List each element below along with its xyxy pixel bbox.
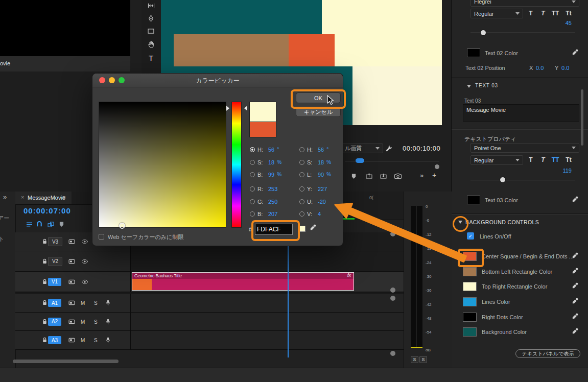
radio[interactable]: [299, 160, 304, 165]
x-position-value[interactable]: 0.0: [536, 65, 544, 71]
horizontal-scrollbar[interactable]: [13, 360, 119, 363]
right-dots-color-swatch[interactable]: [463, 313, 477, 322]
field-value[interactable]: 207: [268, 211, 277, 217]
clip-orange-segment[interactable]: [132, 279, 152, 290]
lock-icon[interactable]: [42, 319, 48, 325]
radio[interactable]: [250, 172, 255, 177]
radio-selected[interactable]: [250, 147, 255, 152]
font-family-dropdown-2[interactable]: Poiret One: [471, 143, 579, 153]
add-button-icon[interactable]: +: [432, 171, 436, 179]
tab-label[interactable]: MessageMovie: [28, 195, 65, 201]
font-size-slider-2[interactable]: [471, 180, 575, 180]
font-size-slider-thumb-2[interactable]: [500, 177, 505, 182]
solo-button[interactable]: S: [94, 319, 98, 324]
hand-tool-icon[interactable]: [148, 41, 154, 48]
all-caps-button-active[interactable]: TT: [550, 155, 560, 164]
radio[interactable]: [299, 186, 304, 192]
lift-icon[interactable]: [366, 173, 372, 179]
source-patch-icon[interactable]: [68, 338, 75, 343]
radio[interactable]: [299, 211, 304, 217]
lock-icon[interactable]: [42, 258, 48, 265]
rectangle-tool-icon[interactable]: [148, 29, 154, 34]
radio[interactable]: [250, 211, 255, 217]
source-patch-icon[interactable]: [68, 259, 75, 264]
mute-button[interactable]: M: [81, 300, 85, 306]
voiceover-mic-icon[interactable]: [106, 300, 110, 306]
track-badge-a2[interactable]: A2: [48, 318, 61, 326]
background-color-swatch[interactable]: [463, 327, 477, 337]
scrollbar-dot[interactable]: [390, 351, 395, 356]
eyedropper-icon[interactable]: [572, 252, 578, 259]
all-caps-button[interactable]: TT: [550, 9, 560, 18]
lines-color-swatch[interactable]: [463, 297, 477, 306]
playhead-timecode[interactable]: 00:00:07:00: [23, 206, 71, 215]
y-position-value[interactable]: 0.0: [561, 65, 569, 71]
panel-tab-fragment[interactable]: ovie: [0, 60, 10, 66]
radio[interactable]: [250, 199, 255, 204]
dialog-title-bar[interactable]: カラーピッカー: [92, 74, 343, 87]
eyedropper-icon[interactable]: [572, 298, 578, 304]
playback-quality-dropdown[interactable]: ル画質: [341, 144, 383, 153]
width-tool-icon[interactable]: [148, 3, 155, 9]
eyedropper-icon[interactable]: [572, 328, 578, 335]
mute-button[interactable]: M: [81, 338, 85, 343]
eyedropper-icon[interactable]: [310, 224, 316, 231]
radio[interactable]: [299, 172, 304, 177]
track-content-v2[interactable]: [130, 251, 404, 272]
radio[interactable]: [299, 199, 304, 204]
small-caps-button[interactable]: Tt: [563, 155, 574, 164]
hue-strip[interactable]: [231, 102, 242, 228]
field-value[interactable]: 18: [318, 159, 324, 165]
track-content-a2[interactable]: [130, 313, 404, 331]
track-badge-v2[interactable]: V2: [48, 257, 62, 266]
font-style-dropdown-1[interactable]: Regular: [471, 9, 523, 18]
monitor-zoom-thumb[interactable]: [356, 158, 364, 163]
linked-selection-icon[interactable]: [48, 222, 54, 227]
expand-panel-icon[interactable]: »: [3, 193, 7, 201]
radio[interactable]: [299, 147, 304, 152]
monitor-scroll-handle[interactable]: [435, 164, 439, 169]
mute-button[interactable]: M: [81, 319, 85, 324]
add-marker-icon[interactable]: [351, 173, 356, 179]
track-badge-v3[interactable]: V3: [48, 237, 62, 246]
radio[interactable]: [250, 160, 255, 165]
clip-title-bar[interactable]: Geometric Bauhaus Title fx: [132, 273, 354, 279]
field-value[interactable]: 18: [268, 159, 274, 165]
field-value[interactable]: 227: [318, 186, 327, 192]
scrollbar-dot[interactable]: [390, 288, 395, 293]
eyedropper-icon[interactable]: [572, 268, 578, 274]
faux-bold-button[interactable]: T: [526, 9, 536, 18]
font-size-slider-thumb-1[interactable]: [481, 30, 486, 35]
track-content-a1[interactable]: [130, 294, 404, 313]
field-value[interactable]: 250: [268, 199, 277, 205]
font-size-value-2[interactable]: 119: [554, 168, 572, 174]
lines-onoff-checkbox[interactable]: ✓: [467, 232, 474, 240]
track-badge-v1[interactable]: V1: [48, 278, 61, 286]
voiceover-mic-icon[interactable]: [106, 337, 110, 344]
top-right-rect-color-swatch[interactable]: [463, 282, 477, 291]
source-patch-icon[interactable]: [68, 319, 75, 324]
solo-right-button[interactable]: S: [419, 356, 427, 363]
extract-icon[interactable]: [380, 173, 387, 179]
lock-icon[interactable]: [42, 238, 48, 245]
panel-menu-icon[interactable]: ≡: [62, 194, 65, 200]
color-field-indicator[interactable]: [119, 223, 125, 229]
show-text-panel-button[interactable]: テキストパネルで表示: [515, 349, 580, 358]
chevron-down-icon[interactable]: [467, 85, 471, 90]
faux-bold-button[interactable]: T: [526, 155, 536, 164]
field-value[interactable]: 253: [268, 186, 277, 192]
export-frame-icon[interactable]: [394, 173, 402, 179]
button-editor-icon[interactable]: »: [420, 172, 424, 179]
source-patch-icon[interactable]: [68, 279, 75, 284]
text03-textarea[interactable]: Message Movie: [463, 104, 579, 122]
field-value[interactable]: 56: [268, 147, 274, 153]
field-value[interactable]: 4: [318, 211, 321, 217]
radio[interactable]: [250, 186, 255, 192]
field-value[interactable]: -20: [318, 199, 326, 205]
solo-button[interactable]: S: [94, 300, 98, 306]
track-output-icon[interactable]: [81, 259, 88, 264]
text03-color-swatch[interactable]: [467, 196, 480, 204]
timeline-clip[interactable]: Geometric Bauhaus Title fx: [132, 272, 354, 291]
color-field[interactable]: [99, 102, 226, 228]
bottom-left-rect-color-swatch[interactable]: [463, 267, 477, 276]
